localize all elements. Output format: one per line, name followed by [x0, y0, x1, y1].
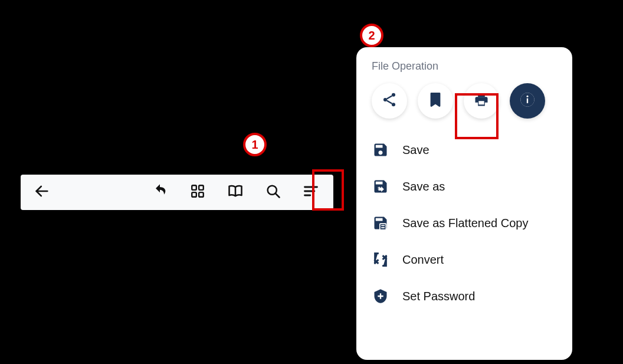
callout-1: 1	[243, 133, 267, 156]
svg-rect-18	[527, 99, 528, 103]
svg-point-19	[526, 96, 528, 97]
menu-item-save-as[interactable]: Save as	[356, 168, 572, 205]
menu-label-save: Save	[402, 143, 429, 157]
convert-icon	[372, 251, 389, 268]
svg-rect-2	[199, 185, 204, 190]
callout-2: 2	[360, 24, 383, 47]
viewer-toolbar	[21, 175, 333, 210]
undo-icon	[152, 183, 168, 202]
bookmark-icon	[427, 91, 444, 110]
shield-plus-icon	[372, 287, 389, 305]
svg-point-11	[392, 93, 395, 97]
read-mode-button[interactable]	[222, 179, 248, 205]
svg-line-7	[276, 194, 280, 198]
svg-rect-1	[192, 185, 196, 190]
menu-label-save-flattened: Save as Flattened Copy	[402, 217, 528, 230]
callout-2-label: 2	[368, 29, 375, 42]
bookmark-button[interactable]	[418, 83, 453, 119]
svg-rect-20	[380, 224, 386, 230]
search-icon	[265, 183, 281, 202]
book-open-icon	[227, 183, 244, 202]
thumbnails-button[interactable]	[185, 179, 211, 205]
svg-rect-3	[192, 192, 196, 197]
save-icon	[372, 141, 389, 159]
menu-item-save-flattened[interactable]: Save as Flattened Copy	[356, 205, 572, 241]
panel-title: File Operation	[356, 60, 572, 83]
save-flattened-icon	[372, 214, 389, 232]
toolbar-right-group	[55, 179, 333, 205]
menu-label-save-as: Save as	[402, 180, 445, 194]
menu-label-set-password: Set Password	[402, 290, 475, 303]
arrow-left-icon	[34, 183, 50, 202]
info-button[interactable]	[510, 83, 545, 119]
annotation-highlight-1	[312, 169, 344, 211]
svg-rect-4	[199, 192, 204, 197]
info-icon	[519, 91, 536, 110]
callout-1-label: 1	[251, 138, 258, 152]
file-menu-list: Save Save as Save as Flattened Copy Conv…	[356, 132, 572, 314]
toolbar-left-group	[21, 179, 55, 205]
grid-icon	[190, 183, 205, 201]
svg-rect-21	[381, 225, 385, 227]
annotation-highlight-2	[455, 93, 499, 139]
menu-item-convert[interactable]: Convert	[356, 241, 572, 278]
share-button[interactable]	[372, 83, 407, 119]
share-icon	[381, 91, 398, 110]
svg-point-12	[383, 98, 387, 101]
back-button[interactable]	[29, 179, 55, 205]
menu-item-set-password[interactable]: Set Password	[356, 278, 572, 314]
svg-point-13	[392, 103, 395, 106]
undo-button[interactable]	[147, 179, 173, 205]
menu-label-convert: Convert	[402, 253, 444, 267]
search-button[interactable]	[260, 179, 286, 205]
save-as-icon	[372, 178, 389, 195]
svg-rect-22	[381, 227, 385, 228]
